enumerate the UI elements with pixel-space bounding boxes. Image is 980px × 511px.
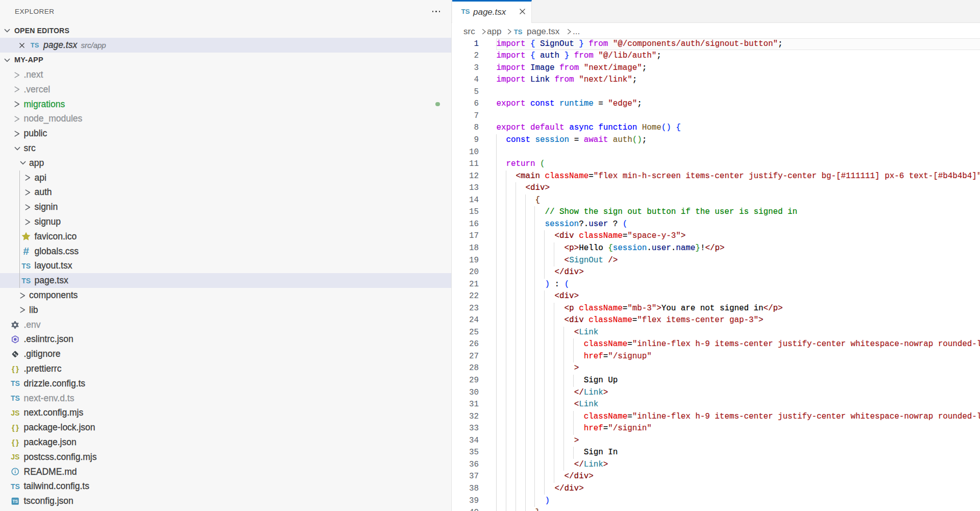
svg-text:TS: TS	[13, 499, 18, 504]
